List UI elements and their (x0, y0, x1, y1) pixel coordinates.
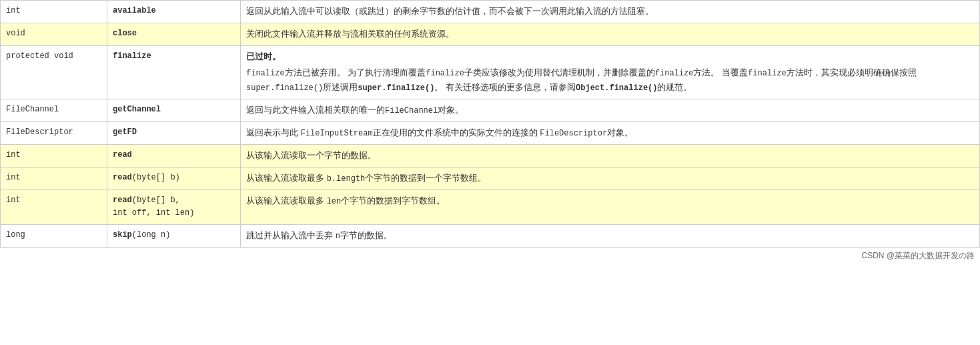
type-cell: int (1, 190, 107, 224)
type-cell: int (1, 145, 107, 167)
table-row: protected voidfinalize已过时。finalize方法已被弃用… (1, 45, 980, 99)
type-cell: long (1, 224, 107, 247)
table-row: FileDescriptorgetFD返回表示与此 FileInputStrea… (1, 121, 980, 144)
description-cell: 返回与此文件输入流相关联的唯一的FileChannel对象。 (241, 99, 980, 121)
footer-note: CSDN @菜菜的大数据开发の路 (0, 248, 980, 264)
method-cell[interactable]: getChannel (107, 99, 241, 121)
method-cell[interactable]: available (107, 1, 241, 23)
description-cell: 关闭此文件输入流并释放与流相关联的任何系统资源。 (241, 23, 980, 45)
description-cell: 从该输入流读取最多 len个字节的数据到字节数组。 (241, 190, 980, 224)
table-row: voidclose关闭此文件输入流并释放与流相关联的任何系统资源。 (1, 23, 980, 45)
table-row: intavailable返回从此输入流中可以读取（或跳过）的剩余字节数的估计值，… (1, 1, 980, 23)
type-cell: FileDescriptor (1, 121, 107, 144)
table-row: intread(byte[] b)从该输入流读取最多 b.length个字节的数… (1, 167, 980, 190)
table-row: intread从该输入流读取一个字节的数据。 (1, 145, 980, 167)
type-cell: void (1, 23, 107, 45)
description-cell: 返回从此输入流中可以读取（或跳过）的剩余字节数的估计值，而不会被下一次调用此输入… (241, 1, 980, 23)
method-cell[interactable]: read (107, 145, 241, 167)
description-cell: 从该输入流读取最多 b.length个字节的数据到一个字节数组。 (241, 167, 980, 190)
method-cell[interactable]: read(byte[] b,int off, int len) (107, 190, 241, 224)
method-cell[interactable]: getFD (107, 121, 241, 144)
method-cell[interactable]: finalize (107, 45, 241, 99)
table-row: intread(byte[] b,int off, int len)从该输入流读… (1, 190, 980, 224)
type-cell: int (1, 167, 107, 190)
description-cell: 跳过并从输入流中丢弃 n字节的数据。 (241, 224, 980, 247)
description-cell: 已过时。finalize方法已被弃用。 为了执行清理而覆盖finalize子类应… (241, 45, 980, 99)
description-cell: 返回表示与此 FileInputStream正在使用的文件系统中的实际文件的连接… (241, 121, 980, 144)
method-cell[interactable]: close (107, 23, 241, 45)
method-cell[interactable]: skip(long n) (107, 224, 241, 247)
method-cell[interactable]: read(byte[] b) (107, 167, 241, 190)
description-cell: 从该输入流读取一个字节的数据。 (241, 145, 980, 167)
type-cell: int (1, 1, 107, 23)
type-cell: protected void (1, 45, 107, 99)
table-row: FileChannelgetChannel返回与此文件输入流相关联的唯一的Fil… (1, 99, 980, 121)
table-row: longskip(long n)跳过并从输入流中丢弃 n字节的数据。 (1, 224, 980, 247)
type-cell: FileChannel (1, 99, 107, 121)
